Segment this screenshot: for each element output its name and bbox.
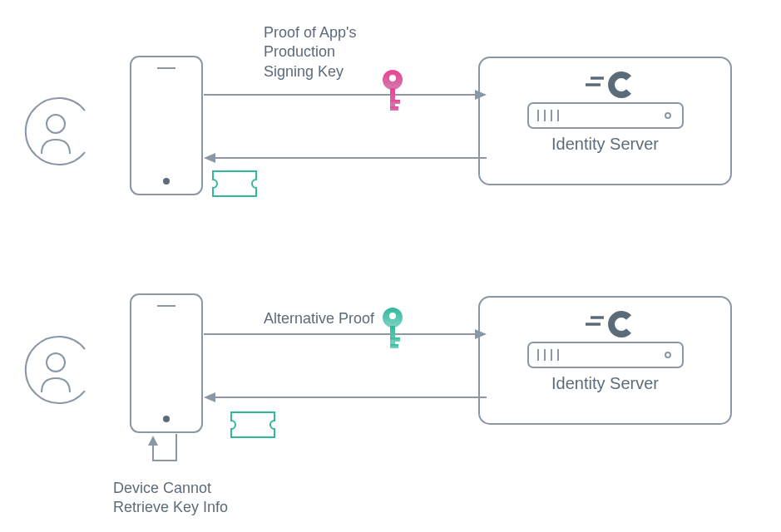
key-icon-teal	[374, 306, 411, 352]
svg-marker-35	[475, 329, 487, 339]
server-logo-icon	[556, 68, 655, 101]
svg-point-39	[389, 313, 396, 319]
svg-rect-41	[390, 337, 400, 342]
svg-point-24	[163, 416, 170, 422]
svg-rect-22	[131, 294, 202, 432]
phone-icon	[129, 293, 204, 434]
scene-production-key: Identity Server Proof of App's Productio…	[0, 23, 781, 231]
user-icon	[18, 94, 93, 169]
svg-marker-15	[204, 153, 215, 163]
phone-icon	[129, 55, 204, 196]
user-icon	[18, 332, 93, 407]
ticket-icon	[211, 170, 258, 198]
arrow-response	[204, 389, 487, 406]
ticket-icon	[230, 411, 276, 439]
svg-point-21	[47, 353, 65, 372]
svg-rect-19	[390, 100, 400, 104]
identity-server-box: Identity Server	[478, 57, 732, 185]
svg-rect-42	[390, 344, 398, 348]
server-logo-icon	[556, 308, 655, 341]
svg-point-0	[47, 115, 65, 133]
key-icon-pink	[374, 68, 411, 115]
svg-marker-37	[204, 392, 215, 402]
svg-point-11	[665, 113, 670, 118]
arrow-request	[204, 86, 487, 103]
server-rack-icon	[526, 101, 685, 130]
proof-label: Proof of App's Production Signing Key	[264, 23, 357, 81]
server-rack-icon	[526, 341, 685, 369]
svg-marker-25	[148, 436, 158, 446]
identity-server-box: Identity Server	[478, 296, 732, 425]
svg-marker-13	[475, 90, 487, 100]
proof-label: Alternative Proof	[264, 309, 374, 328]
server-label: Identity Server	[551, 135, 659, 154]
arrow-response	[204, 150, 487, 166]
svg-point-3	[163, 178, 170, 185]
server-label: Identity Server	[551, 374, 659, 393]
svg-point-17	[389, 75, 396, 81]
svg-rect-1	[131, 57, 202, 195]
svg-point-33	[665, 352, 670, 357]
arrow-device-self	[143, 434, 193, 475]
scene-alternative-proof: Identity Server Alternative Proof Device…	[0, 283, 781, 532]
device-note: Device Cannot Retrieve Key Info	[113, 479, 228, 518]
svg-rect-20	[390, 106, 398, 111]
